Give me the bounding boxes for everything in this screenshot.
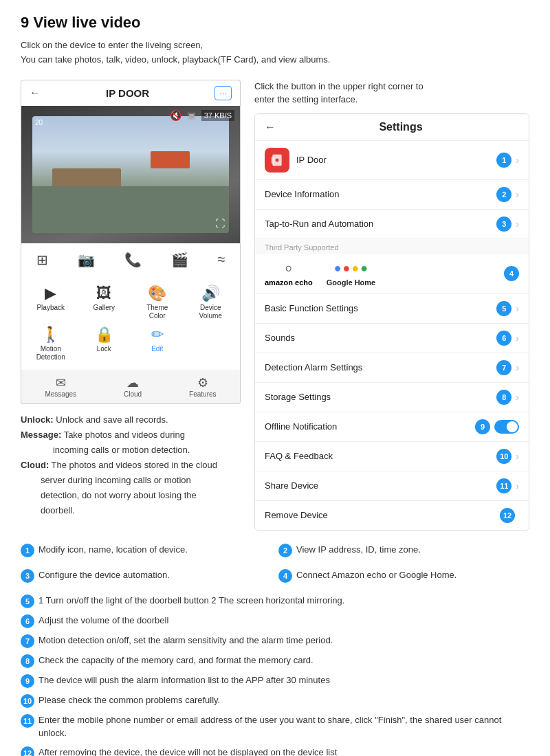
note-badge-4: 4: [278, 569, 292, 583]
unlock-desc: Unlock: Unlock and save all records.: [21, 412, 241, 427]
gallery-btn[interactable]: 🖼 Gallery: [78, 282, 131, 323]
note-text-2: View IP address, ID, time zone.: [296, 543, 529, 557]
features-label: Features: [189, 390, 216, 398]
detection-alarm-badge: 7: [496, 360, 512, 375]
camera-icon[interactable]: 📷: [78, 252, 95, 268]
mute-icon[interactable]: 🔇: [170, 110, 182, 121]
offline-notification-toggle[interactable]: [494, 420, 519, 434]
note-2: 2 View IP address, ID, time zone.: [278, 543, 529, 557]
ipdoor-arrow: ›: [516, 155, 519, 166]
note-text-10: Please check the common problems careful…: [38, 693, 529, 707]
gallery-label: Gallery: [79, 304, 130, 312]
phone-controls-bar: ⊞ 📷 📞 🎬 ≈: [21, 243, 241, 276]
theme-btn[interactable]: 🎨 ThemeColor: [131, 282, 184, 323]
note-4: 4 Connect Amazon echo or Google Home.: [278, 568, 529, 583]
playback-btn[interactable]: ▶ Playback: [24, 282, 78, 323]
google-logo: Google Home: [327, 278, 376, 287]
amazon-logo: amazon echo: [265, 278, 313, 287]
note-text-6: Adjust the volume of the doorbell: [38, 614, 529, 627]
remove-device-badge: 12: [500, 508, 515, 523]
note-badge-5: 5: [21, 594, 34, 608]
sounds-arrow: ›: [516, 333, 519, 344]
phone-back-arrow[interactable]: ←: [30, 87, 41, 99]
call-icon[interactable]: 📞: [124, 252, 142, 268]
svg-rect-2: [272, 157, 274, 164]
remove-device-label: Remove Device: [265, 510, 500, 520]
settings-item-faq[interactable]: FAQ & Feedback 10 ›: [255, 442, 529, 471]
settings-panel: ← Settings IP Door 1 › Device Informatio…: [254, 113, 529, 531]
note-text-1: Modify icon, name, location of device.: [38, 543, 272, 557]
note-6: 6 Adjust the volume of the doorbell: [21, 614, 529, 628]
phone-menu-btn[interactable]: ···: [214, 86, 232, 100]
settings-item-detection-alarm[interactable]: Detection Alarm Settings 7 ›: [255, 353, 529, 383]
faq-badge: 10: [496, 449, 512, 464]
lock-icon: 🔒: [79, 326, 130, 344]
messages-label: Messages: [45, 390, 76, 398]
note-badge-2: 2: [278, 544, 292, 557]
offline-notification-badge: 9: [475, 419, 490, 434]
intro-text: Click on the device to enter the liveing…: [21, 38, 529, 67]
edit-btn[interactable]: ✏ Edit: [131, 323, 184, 364]
cloud-btn[interactable]: ☁ Cloud: [124, 375, 142, 398]
fullscreen-icon[interactable]: ⛶: [215, 218, 225, 229]
phone-mockup: ← IP DOOR ··· 20 ⛶ 🔇 ▣ 37 KB/S: [21, 80, 241, 519]
settings-item-device-info[interactable]: Device Information 2 ›: [255, 180, 529, 210]
share-device-arrow: ›: [516, 480, 519, 491]
note-10: 10 Please check the common problems care…: [21, 693, 529, 708]
note-text-11: Enter the mobile phone number or email a…: [38, 713, 529, 740]
settings-item-sounds[interactable]: Sounds 6 ›: [255, 324, 529, 353]
phone-camera: 20 ⛶ 🔇 ▣ 37 KB/S: [21, 106, 241, 243]
grid-icon[interactable]: ⊞: [36, 252, 48, 268]
messages-btn[interactable]: ✉ Messages: [45, 375, 76, 398]
detection-alarm-arrow: ›: [516, 362, 519, 373]
note-badge-6: 6: [21, 614, 34, 628]
volume-btn[interactable]: 🔊 DeviceVolume: [184, 282, 238, 323]
note-11: 11 Enter the mobile phone number or emai…: [21, 713, 529, 740]
note-text-3: Configure the device automation.: [38, 568, 272, 582]
note-8: 8 Check the capacity of the memory card,…: [21, 654, 529, 668]
settings-item-remove-device[interactable]: Remove Device 12: [255, 501, 529, 530]
storage-label: Storage Settings: [265, 392, 496, 402]
note-7: 7 Motion detection on/off, set the alarm…: [21, 634, 529, 648]
ipdoor-icon: [265, 148, 289, 173]
ipdoor-label: IP Door: [296, 155, 496, 165]
settings-item-storage[interactable]: Storage Settings 8 ›: [255, 383, 529, 412]
cloud-icon: ☁: [124, 375, 142, 390]
features-btn[interactable]: ⚙ Features: [189, 375, 216, 398]
google-home-item[interactable]: ●●●● Google Home: [327, 261, 376, 287]
note-badge-11: 11: [21, 714, 34, 728]
note-5: 5 1 Turn on/off the light of the doorbel…: [21, 594, 529, 608]
camera-overlay: 🔇 ▣ 37 KB/S: [170, 110, 234, 121]
sounds-badge: 6: [496, 331, 512, 346]
settings-item-basic-function[interactable]: Basic Function Settings 5 ›: [255, 294, 529, 324]
settings-item-tap-to-run[interactable]: Tap-to-Run and Automation 3 ›: [255, 210, 529, 239]
phone-footer: ✉ Messages ☁ Cloud ⚙ Features: [21, 370, 241, 404]
settings-item-ipdoor[interactable]: IP Door 1 ›: [255, 141, 529, 180]
settings-item-offline-notification[interactable]: Offline Notification 9: [255, 412, 529, 442]
tap-to-run-arrow: ›: [516, 219, 519, 230]
motion-label: MotionDetection: [25, 345, 76, 362]
camera-timestamp: 20: [35, 119, 43, 126]
amazon-echo-item[interactable]: ○ amazon echo: [265, 261, 313, 287]
theme-label: ThemeColor: [132, 304, 183, 320]
section-title: 9 View live video: [21, 14, 529, 32]
tap-to-run-label: Tap-to-Run and Automation: [265, 219, 496, 229]
note-9: 9 The device will push the alarm informa…: [21, 674, 529, 688]
layout-icon[interactable]: ▣: [187, 110, 196, 121]
note-badge-3: 3: [21, 569, 34, 583]
theme-icon: 🎨: [132, 285, 183, 302]
offline-notification-label: Offline Notification: [265, 421, 475, 432]
share-device-label: Share Device: [265, 480, 496, 491]
note-badge-10: 10: [21, 694, 34, 708]
basic-function-arrow: ›: [516, 303, 519, 314]
video-icon[interactable]: 🎬: [171, 252, 188, 268]
edit-icon: ✏: [132, 326, 183, 344]
settings-item-share-device[interactable]: Share Device 11 ›: [255, 471, 529, 501]
motion-btn[interactable]: 🚶 MotionDetection: [24, 323, 78, 364]
ipdoor-badge: 1: [496, 153, 512, 168]
note-text-4: Connect Amazon echo or Google Home.: [296, 568, 529, 582]
tap-to-run-badge: 3: [496, 216, 512, 232]
settings-back-arrow[interactable]: ←: [265, 121, 276, 133]
lock-btn[interactable]: 🔒 Lock: [78, 323, 131, 364]
wave-icon[interactable]: ≈: [218, 252, 226, 267]
